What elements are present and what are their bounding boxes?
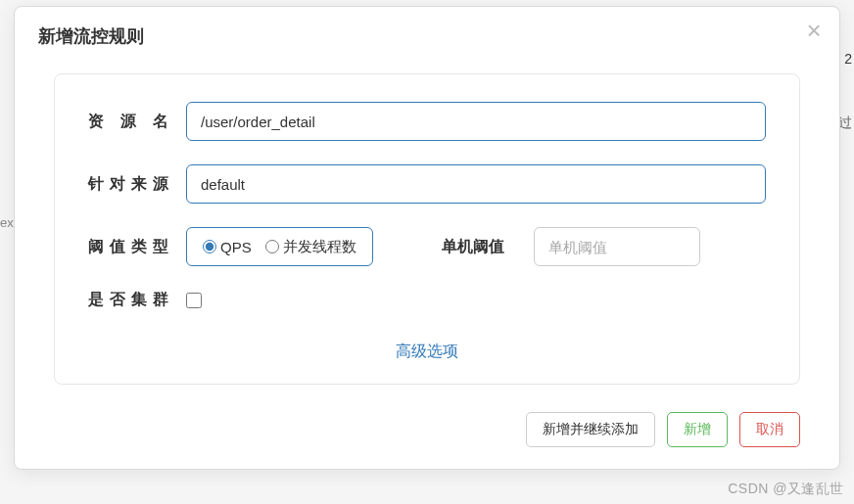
advanced-options-link[interactable]: 高级选项 bbox=[88, 334, 766, 366]
modal-header: 新增流控规则 × bbox=[15, 7, 839, 62]
bg-text-3: ex bbox=[0, 215, 14, 230]
origin-label: 针对来源 bbox=[88, 174, 186, 195]
modal-footer: 新增并继续添加 新增 取消 bbox=[15, 396, 839, 469]
origin-row: 针对来源 bbox=[88, 164, 766, 204]
modal-title: 新增流控规则 bbox=[38, 24, 816, 48]
threshold-value-label: 单机阈值 bbox=[442, 237, 504, 257]
threshold-value-input[interactable] bbox=[534, 227, 700, 266]
radio-qps[interactable]: QPS bbox=[203, 239, 252, 255]
close-icon[interactable]: × bbox=[800, 17, 828, 44]
cluster-checkbox[interactable] bbox=[186, 293, 202, 308]
cluster-label: 是否集群 bbox=[88, 290, 186, 310]
radio-thread[interactable]: 并发线程数 bbox=[265, 238, 356, 256]
resource-row: 资源名 bbox=[88, 102, 766, 141]
cancel-button[interactable]: 取消 bbox=[739, 412, 800, 447]
radio-thread-input[interactable] bbox=[265, 240, 279, 253]
radio-qps-input[interactable] bbox=[203, 240, 216, 253]
resource-label: 资源名 bbox=[88, 112, 186, 132]
threshold-row: 阈值类型 QPS 并发线程数 单机阈值 bbox=[88, 227, 766, 266]
threshold-type-group: QPS 并发线程数 bbox=[186, 227, 373, 266]
bg-text-1: 2 bbox=[844, 51, 852, 67]
watermark-text: CSDN @又逢乱世 bbox=[728, 481, 844, 498]
flow-rule-modal: 新增流控规则 × 资源名 针对来源 阈值类型 QPS bbox=[14, 6, 840, 470]
modal-body: 资源名 针对来源 阈值类型 QPS 并发线程数 bbox=[15, 62, 839, 396]
origin-input[interactable] bbox=[186, 164, 766, 204]
bg-text-2: 过 bbox=[838, 115, 852, 132]
cluster-row: 是否集群 bbox=[88, 290, 766, 310]
threshold-type-label: 阈值类型 bbox=[88, 237, 186, 257]
radio-qps-label: QPS bbox=[220, 239, 252, 255]
add-continue-button[interactable]: 新增并继续添加 bbox=[526, 412, 655, 447]
radio-thread-label: 并发线程数 bbox=[283, 238, 356, 256]
resource-input[interactable] bbox=[186, 102, 766, 141]
add-button[interactable]: 新增 bbox=[667, 412, 728, 447]
form-panel: 资源名 针对来源 阈值类型 QPS 并发线程数 bbox=[54, 73, 800, 385]
